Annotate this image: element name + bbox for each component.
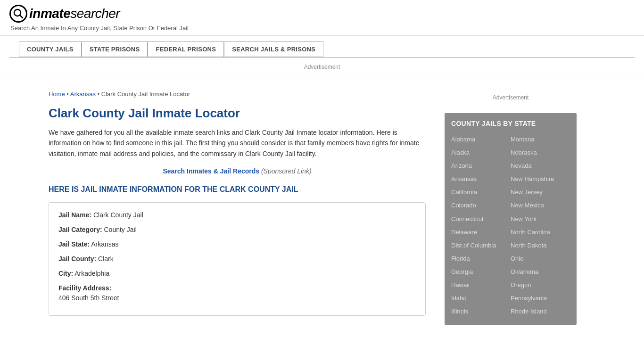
state-link-alabama[interactable]: Alabama bbox=[451, 133, 511, 146]
jail-name-row: Jail Name: Clark County Jail bbox=[58, 210, 416, 220]
state-link-new-hampshire[interactable]: New Hampshire bbox=[511, 173, 570, 186]
state-link-ohio[interactable]: Ohio bbox=[511, 252, 570, 265]
jail-name-value: Clark County Jail bbox=[93, 211, 143, 219]
jail-category-label: Jail Category: bbox=[58, 226, 102, 233]
breadcrumb-sep1: • bbox=[66, 90, 70, 98]
state-box-title: COUNTY JAILS BY STATE bbox=[451, 120, 570, 127]
address-row: Facility Address: 406 South 5th Street bbox=[58, 283, 416, 303]
state-link-arizona[interactable]: Arizona bbox=[451, 159, 511, 173]
state-link-connecticut[interactable]: Connecticut bbox=[451, 213, 511, 226]
header: inmatesearcher Search An Inmate In Any C… bbox=[0, 0, 644, 36]
svg-line-1 bbox=[20, 16, 23, 18]
sidebar-ad: Advertisement bbox=[445, 90, 577, 105]
section-heading: HERE IS JAIL INMATE INFORMATION FOR THE … bbox=[49, 185, 426, 194]
sidebar-ad-label: Advertisement bbox=[493, 94, 529, 101]
state-box: COUNTY JAILS BY STATE AlabamaAlaskaArizo… bbox=[445, 113, 577, 325]
sidebar: Advertisement COUNTY JAILS BY STATE Alab… bbox=[435, 81, 577, 334]
state-link-rhode-island[interactable]: Rhode Island bbox=[511, 305, 570, 318]
breadcrumb-home[interactable]: Home bbox=[49, 90, 65, 98]
state-col-right: MontanaNebraskaNevadaNew HampshireNew Je… bbox=[511, 133, 570, 318]
state-link-oregon[interactable]: Oregon bbox=[511, 279, 570, 292]
logo-icon bbox=[9, 5, 27, 23]
nav: COUNTY JAILSSTATE PRISONSFEDERAL PRISONS… bbox=[19, 41, 625, 57]
jail-county-value: Clark bbox=[98, 255, 114, 263]
main-content: Home • Arkansas • Clark County Jail Inma… bbox=[49, 81, 435, 334]
jail-category-row: Jail Category: County Jail bbox=[58, 225, 416, 235]
city-row: City: Arkadelphia bbox=[58, 269, 416, 279]
sponsored-label: (Sponsored Link) bbox=[261, 167, 312, 175]
state-link-california[interactable]: California bbox=[451, 186, 511, 199]
state-link-colorado[interactable]: Colorado bbox=[451, 199, 511, 212]
breadcrumb-current: Clark County Jail Inmate Locator bbox=[101, 90, 190, 98]
state-link-pennsylvania[interactable]: Pennsylvania bbox=[511, 292, 570, 305]
ad-label: Advertisement bbox=[304, 64, 340, 70]
state-link-alaska[interactable]: Alaska bbox=[451, 146, 511, 159]
page-wrapper: Home • Arkansas • Clark County Jail Inma… bbox=[39, 81, 605, 334]
state-link-arkansas[interactable]: Arkansas bbox=[451, 173, 511, 186]
state-link-north-carolina[interactable]: North Carolina bbox=[511, 226, 570, 239]
jail-county-label: Jail County: bbox=[58, 255, 96, 263]
address-value: 406 South 5th Street bbox=[58, 293, 416, 303]
state-link-nevada[interactable]: Nevada bbox=[511, 159, 570, 173]
breadcrumb-sep2: • bbox=[98, 90, 101, 98]
state-link-idaho[interactable]: Idaho bbox=[451, 292, 511, 305]
state-link-hawaii[interactable]: Hawaii bbox=[451, 279, 511, 292]
jail-state-label: Jail State: bbox=[58, 240, 90, 248]
address-label: Facility Address: bbox=[58, 284, 111, 292]
state-columns: AlabamaAlaskaArizonaArkansasCaliforniaCo… bbox=[451, 133, 570, 318]
city-label: City: bbox=[58, 270, 73, 277]
logo-light-text: searcher bbox=[70, 6, 120, 21]
search-inmates-link[interactable]: Search Inmates & Jail Records bbox=[163, 167, 259, 175]
state-link-montana[interactable]: Montana bbox=[511, 133, 570, 146]
tagline: Search An Inmate In Any County Jail, Sta… bbox=[10, 25, 635, 32]
state-link-georgia[interactable]: Georgia bbox=[451, 265, 511, 279]
state-link-delaware[interactable]: Delaware bbox=[451, 226, 511, 239]
logo-area: inmatesearcher bbox=[9, 5, 635, 23]
state-link-new-jersey[interactable]: New Jersey bbox=[511, 186, 570, 199]
nav-btn-search-jails[interactable]: SEARCH JAILS & PRISONS bbox=[224, 41, 323, 57]
ad-banner: Advertisement bbox=[0, 58, 644, 76]
jail-state-row: Jail State: Arkansas bbox=[58, 239, 416, 249]
jail-state-value: Arkansas bbox=[91, 240, 118, 248]
state-link-florida[interactable]: Florida bbox=[451, 252, 511, 265]
breadcrumb: Home • Arkansas • Clark County Jail Inma… bbox=[49, 90, 426, 98]
state-link-distof-columbia[interactable]: Dist.of Columbia bbox=[451, 239, 511, 252]
state-col-left: AlabamaAlaskaArizonaArkansasCaliforniaCo… bbox=[451, 133, 511, 318]
state-link-new-york[interactable]: New York bbox=[511, 213, 570, 226]
jail-name-label: Jail Name: bbox=[58, 211, 91, 219]
breadcrumb-state[interactable]: Arkansas bbox=[70, 90, 96, 98]
nav-container: COUNTY JAILSSTATE PRISONSFEDERAL PRISONS… bbox=[0, 41, 644, 57]
logo-bold-text: inmate bbox=[29, 6, 70, 21]
nav-btn-county-jails[interactable]: COUNTY JAILS bbox=[19, 41, 82, 57]
search-link-section: Search Inmates & Jail Records (Sponsored… bbox=[49, 167, 426, 175]
jail-county-row: Jail County: Clark bbox=[58, 254, 416, 264]
description: We have gathered for you all the availab… bbox=[49, 127, 426, 159]
state-link-north-dakota[interactable]: North Dakota bbox=[511, 239, 570, 252]
state-link-nebraska[interactable]: Nebraska bbox=[511, 146, 570, 159]
state-link-new-mexico[interactable]: New Mexico bbox=[511, 199, 570, 212]
logo-text: inmatesearcher bbox=[29, 6, 120, 21]
city-value: Arkadelphia bbox=[74, 270, 109, 277]
state-link-illinois[interactable]: Illinois bbox=[451, 305, 511, 318]
info-box: Jail Name: Clark County Jail Jail Catego… bbox=[49, 202, 426, 316]
nav-btn-federal-prisons[interactable]: FEDERAL PRISONS bbox=[148, 41, 224, 57]
jail-category-value: County Jail bbox=[104, 226, 136, 233]
page-title: Clark County Jail Inmate Locator bbox=[49, 106, 426, 121]
state-link-oklahoma[interactable]: Oklahoma bbox=[511, 265, 570, 279]
nav-btn-state-prisons[interactable]: STATE PRISONS bbox=[82, 41, 148, 57]
